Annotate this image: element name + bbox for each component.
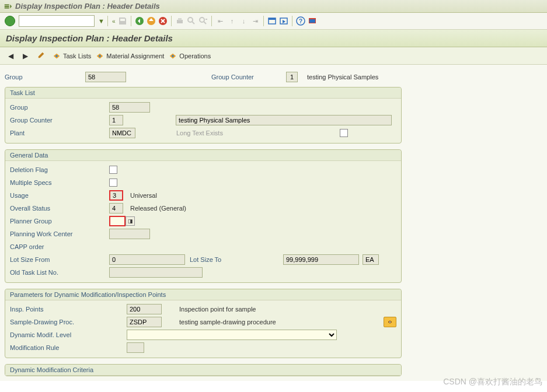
hierarchy-icon (169, 52, 177, 60)
f4-help-icon[interactable]: ◨ (126, 216, 135, 226)
page-title: Display Inspection Plan : Header Details (6, 33, 173, 43)
svg-rect-13 (309, 19, 315, 23)
old-task-field[interactable] (109, 267, 203, 278)
status-desc: Released (General) (130, 205, 186, 212)
edit-icon[interactable] (35, 50, 48, 62)
insp-points-field[interactable] (127, 304, 162, 314)
task-lists-label: Task Lists (63, 52, 91, 60)
tl-plant-field[interactable] (109, 128, 135, 138)
back-icon[interactable]: « (111, 18, 117, 24)
usage-field[interactable] (109, 190, 123, 201)
lot-from-field[interactable] (109, 254, 185, 265)
command-field[interactable] (19, 15, 95, 27)
status-field[interactable] (109, 203, 123, 214)
params-title: Parameters for Dynamic Modification/Insp… (5, 289, 401, 300)
app-toolbar: ◀ ▶ Task Lists Material Assignment Opera… (0, 47, 547, 65)
sdp-field[interactable] (127, 317, 162, 327)
general-data-panel: General Data Deletion Flag Multiple Spec… (5, 149, 402, 283)
find-icon (186, 16, 197, 26)
pwc-field[interactable] (109, 229, 150, 239)
material-assignment-label: Material Assignment (106, 52, 164, 60)
separator (292, 16, 292, 26)
standard-toolbar: ▼ « ⇤ ↑ ↓ ⇥ ? (0, 13, 547, 30)
long-text-label: Long Text Exists (176, 130, 340, 136)
mr-label: Modification Rule (10, 344, 127, 351)
svg-text:?: ? (299, 18, 302, 24)
old-task-label: Old Task List No. (10, 269, 109, 276)
separator (211, 16, 212, 26)
content-area: Group Group Counter testing Physical Sam… (0, 65, 547, 381)
tl-plant-label: Plant (10, 130, 109, 136)
nav-prev-icon[interactable]: ◀ (6, 51, 16, 61)
general-title: General Data (5, 150, 401, 161)
task-lists-button[interactable]: Task Lists (53, 52, 91, 60)
window-title: Display Inspection Plan : Header Details (15, 2, 160, 10)
watermark: CSDN @喜欢打酱油的老鸟 (443, 377, 542, 381)
planner-group-field[interactable] (109, 216, 126, 226)
params-panel: Parameters for Dynamic Modification/Insp… (5, 289, 402, 358)
new-session-icon[interactable] (267, 16, 277, 26)
separator (263, 16, 264, 26)
shortcut-icon[interactable] (278, 16, 289, 26)
find-next-icon (198, 16, 208, 26)
menu-icon[interactable] (4, 2, 12, 10)
page-header: Display Inspection Plan : Header Details (0, 30, 547, 47)
multiple-specs-checkbox[interactable] (109, 178, 117, 187)
svg-point-6 (200, 18, 204, 22)
svg-point-17 (389, 321, 391, 323)
svg-rect-8 (269, 18, 276, 20)
status-label: Overall Status (10, 205, 109, 212)
nav-next-icon[interactable]: ▶ (20, 51, 30, 61)
next-page-icon: ↓ (238, 16, 249, 26)
summary-row: Group Group Counter testing Physical Sam… (5, 69, 542, 87)
dropdown-icon[interactable]: ▼ (98, 18, 104, 24)
lot-to-field[interactable] (283, 254, 359, 265)
deletion-flag-checkbox[interactable] (109, 166, 117, 174)
lot-from-label: Lot Size From (10, 256, 109, 263)
task-list-title: Task List (5, 88, 401, 99)
svg-point-5 (188, 18, 193, 22)
tl-group-field[interactable] (109, 102, 150, 113)
group-counter-field[interactable] (286, 72, 298, 82)
mr-field[interactable] (127, 342, 144, 353)
tl-counter-field[interactable] (109, 115, 123, 125)
help-icon[interactable]: ? (295, 16, 306, 26)
lot-unit-field[interactable] (363, 254, 379, 265)
prev-page-icon: ↑ (227, 16, 237, 26)
long-text-checkbox[interactable] (340, 129, 348, 137)
separator (107, 16, 108, 26)
deletion-flag-label: Deletion Flag (10, 166, 109, 173)
svg-point-14 (55, 55, 58, 57)
sdp-label: Sample-Drawing Proc. (10, 318, 127, 326)
group-counter-label: Group Counter (211, 74, 281, 80)
detail-icon[interactable] (384, 317, 396, 327)
operations-button[interactable]: Operations (169, 52, 211, 60)
separator (171, 16, 172, 26)
cancel-icon[interactable] (158, 16, 168, 26)
exit-icon[interactable] (146, 16, 156, 26)
print-icon (175, 16, 185, 26)
dmc-title: Dynamic Modification Criteria (5, 365, 401, 376)
planner-group-label: Planner Group (10, 218, 109, 225)
task-list-panel: Task List Group Group Counter Plant Long… (5, 87, 402, 144)
hierarchy-icon (53, 52, 61, 60)
svg-point-16 (172, 55, 175, 57)
group-field[interactable] (85, 72, 126, 82)
insp-points-desc: Inspection point for sample (179, 306, 256, 313)
first-page-icon: ⇤ (215, 16, 225, 26)
svg-point-15 (99, 55, 102, 57)
sdp-desc: testing sample-drawing procedure (179, 318, 384, 326)
lot-to-label: Lot Size To (190, 256, 283, 263)
ok-icon[interactable] (5, 16, 15, 26)
layout-icon[interactable] (307, 16, 318, 26)
save-icon (117, 16, 128, 26)
insp-points-label: Insp. Points (10, 306, 127, 313)
separator (131, 16, 131, 26)
last-page-icon: ⇥ (250, 16, 260, 26)
group-label: Group (5, 74, 81, 80)
material-assignment-button[interactable]: Material Assignment (96, 52, 164, 60)
back-green-icon[interactable] (134, 16, 145, 26)
tl-desc-field[interactable] (176, 115, 392, 125)
dml-select[interactable] (127, 330, 337, 340)
pwc-label: Planning Work Center (10, 230, 109, 237)
